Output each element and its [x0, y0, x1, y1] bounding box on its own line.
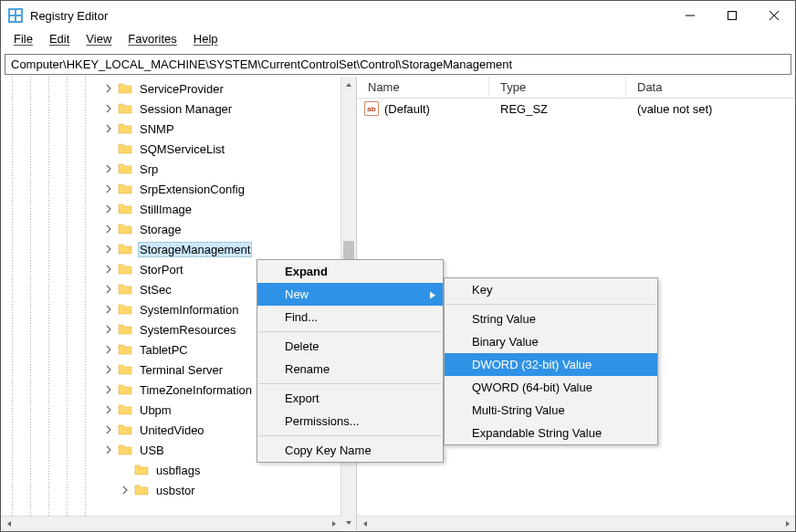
- expand-icon[interactable]: [101, 443, 116, 457]
- tree-item-label: StorageManagement: [140, 243, 250, 256]
- list-hscrollbar[interactable]: [357, 516, 795, 531]
- tree-item-label: Srp: [140, 162, 158, 176]
- tree-item-usbflags[interactable]: usbflags: [1, 460, 356, 480]
- tree-item-label: StorPort: [140, 263, 183, 276]
- tree-item-label: TimeZoneInformation: [140, 383, 252, 397]
- minimize-button[interactable]: [669, 1, 711, 30]
- tree-item-session-manager[interactable]: Session Manager: [1, 99, 356, 119]
- menu-favorites[interactable]: Favorites: [120, 30, 183, 50]
- scroll-right-button[interactable]: [326, 516, 341, 531]
- expand-icon[interactable]: [101, 402, 116, 417]
- address-bar[interactable]: Computer\HKEY_LOCAL_MACHINE\SYSTEM\Curre…: [5, 54, 791, 75]
- folder-icon: [134, 463, 149, 477]
- expand-icon[interactable]: [101, 362, 116, 377]
- menu-new-qword[interactable]: QWORD (64-bit) Value: [445, 376, 657, 399]
- tree-item-label: StSec: [140, 283, 172, 297]
- tree-item-storage[interactable]: Storage: [1, 219, 356, 239]
- folder-icon: [134, 483, 149, 497]
- string-value-icon: ab: [364, 101, 379, 116]
- tree-item-label: usbflags: [156, 464, 200, 477]
- menu-copy-key-name[interactable]: Copy Key Name: [257, 439, 443, 462]
- menu-rename[interactable]: Rename: [257, 358, 443, 381]
- tree-item-snmp[interactable]: SNMP: [1, 119, 356, 139]
- col-header-name[interactable]: Name: [357, 77, 489, 98]
- menu-new-string[interactable]: String Value: [445, 308, 657, 330]
- menu-new-expandable-string[interactable]: Expandable String Value: [445, 422, 657, 444]
- scroll-up-button[interactable]: [341, 77, 356, 92]
- tree-item-usbstor[interactable]: usbstor: [1, 480, 356, 500]
- title-bar: Registry Editor: [1, 1, 795, 30]
- folder-icon: [118, 322, 132, 337]
- expand-icon[interactable]: [101, 182, 116, 196]
- scroll-left-button[interactable]: [1, 516, 16, 531]
- tree-item-storagemanagement[interactable]: StorageManagement: [1, 239, 356, 259]
- expand-icon[interactable]: [101, 162, 116, 176]
- menu-new-multi-string[interactable]: Multi-String Value: [445, 399, 657, 422]
- expand-icon[interactable]: [101, 342, 116, 357]
- close-button[interactable]: [753, 1, 795, 30]
- menu-separator: [258, 435, 442, 436]
- folder-icon: [118, 262, 132, 276]
- menu-permissions[interactable]: Permissions...: [257, 410, 443, 433]
- menu-separator: [258, 331, 442, 332]
- expand-icon[interactable]: [101, 322, 116, 337]
- tree-item-label: StillImage: [140, 203, 192, 216]
- expand-icon[interactable]: [101, 302, 116, 317]
- expand-icon[interactable]: [101, 81, 116, 96]
- menu-delete[interactable]: Delete: [257, 335, 443, 358]
- svg-rect-1: [10, 10, 15, 15]
- menu-new-dword[interactable]: DWORD (32-bit) Value: [445, 353, 657, 376]
- expand-icon[interactable]: [101, 141, 116, 156]
- menu-view[interactable]: View: [79, 30, 119, 50]
- expand-icon[interactable]: [101, 382, 116, 397]
- maximize-button[interactable]: [711, 1, 753, 30]
- tree-item-label: ServiceProvider: [140, 82, 224, 96]
- tree-item-sqmservicelist[interactable]: SQMServiceList: [1, 139, 356, 159]
- tree-item-srp[interactable]: Srp: [1, 159, 356, 179]
- expand-icon[interactable]: [101, 262, 116, 276]
- menu-new[interactable]: New: [257, 283, 443, 306]
- menu-find[interactable]: Find...: [257, 306, 443, 329]
- context-menu: Expand New Find... Delete Rename Export …: [257, 259, 444, 463]
- tree-item-stillimage[interactable]: StillImage: [1, 199, 356, 219]
- svg-rect-6: [728, 12, 737, 20]
- tree-hscrollbar[interactable]: [1, 516, 341, 531]
- scroll-right-button[interactable]: [780, 516, 795, 531]
- scroll-left-button[interactable]: [357, 516, 372, 531]
- menu-expand[interactable]: Expand: [257, 260, 443, 283]
- expand-icon[interactable]: [101, 202, 116, 216]
- menu-new-binary[interactable]: Binary Value: [445, 330, 657, 353]
- tree-item-srpextensionconfig[interactable]: SrpExtensionConfig: [1, 179, 356, 199]
- menu-edit[interactable]: Edit: [42, 30, 77, 50]
- menu-export[interactable]: Export: [257, 387, 443, 410]
- expand-icon[interactable]: [118, 483, 132, 497]
- tree-item-label: SystemInformation: [140, 303, 238, 317]
- menu-help[interactable]: Help: [186, 30, 225, 50]
- menu-file[interactable]: File: [6, 30, 40, 50]
- tree-item-label: USB: [140, 443, 164, 457]
- tree-item-label: TabletPC: [140, 343, 188, 357]
- expand-icon[interactable]: [118, 463, 132, 477]
- expand-icon[interactable]: [101, 422, 116, 437]
- folder-icon: [118, 222, 132, 236]
- tree-item-serviceprovider[interactable]: ServiceProvider: [1, 78, 356, 99]
- tree-item-label: UnitedVideo: [140, 423, 204, 437]
- expand-icon[interactable]: [101, 101, 116, 116]
- expand-icon[interactable]: [101, 242, 116, 256]
- menu-new-key[interactable]: Key: [445, 278, 657, 301]
- window-title: Registry Editor: [30, 9, 669, 23]
- value-data: (value not set): [626, 102, 795, 116]
- col-header-data[interactable]: Data: [626, 77, 795, 98]
- tree-item-label: Session Manager: [140, 102, 232, 116]
- expand-icon[interactable]: [101, 222, 116, 236]
- folder-icon: [118, 182, 132, 196]
- list-row[interactable]: ab (Default) REG_SZ (value not set): [357, 99, 795, 119]
- tree-item-label: Terminal Server: [140, 363, 223, 377]
- expand-icon[interactable]: [101, 121, 116, 136]
- col-header-type[interactable]: Type: [489, 77, 626, 98]
- folder-icon: [118, 141, 132, 156]
- expand-icon[interactable]: [101, 282, 116, 297]
- tree-item-label: SNMP: [140, 122, 174, 136]
- folder-icon: [118, 101, 132, 116]
- folder-icon: [118, 202, 132, 216]
